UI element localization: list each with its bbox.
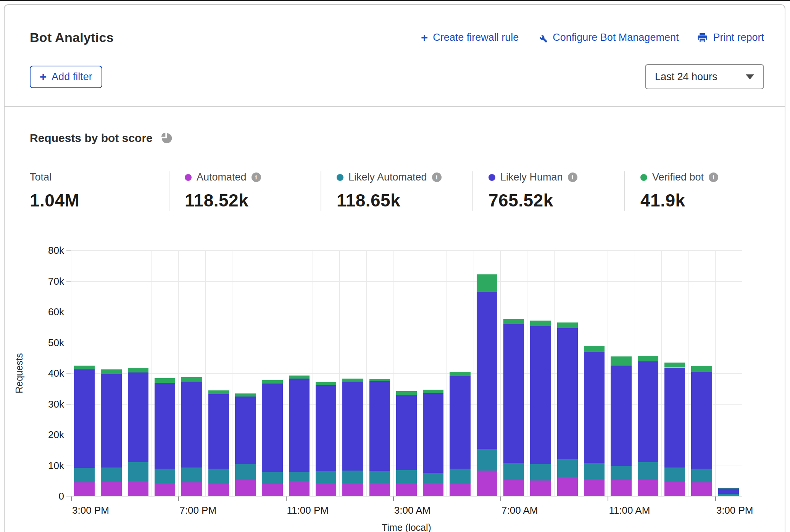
bar-segment-automated[interactable] [181, 482, 202, 496]
info-icon[interactable]: i [568, 172, 577, 182]
bar-segment-automated[interactable] [208, 484, 229, 496]
info-icon[interactable]: i [709, 172, 718, 182]
bar-segment-verified-bot[interactable] [289, 376, 310, 378]
bar-segment-likely-human[interactable] [557, 328, 578, 459]
bar-segment-likely-human[interactable] [638, 361, 658, 462]
bar-segment-likely-automated[interactable] [450, 469, 470, 484]
bar-segment-automated[interactable] [450, 484, 470, 496]
bar-segment-likely-automated[interactable] [396, 470, 417, 483]
bar-segment-automated[interactable] [235, 480, 256, 496]
bar-segment-verified-bot[interactable] [396, 391, 417, 395]
bar-segment-likely-human[interactable] [74, 369, 95, 468]
bar-segment-likely-automated[interactable] [74, 468, 95, 482]
bar-segment-verified-bot[interactable] [342, 379, 363, 381]
bar-segment-automated[interactable] [128, 481, 148, 496]
bar-segment-verified-bot[interactable] [664, 363, 685, 368]
bar-segment-verified-bot[interactable] [235, 393, 256, 397]
bar-segment-likely-human[interactable] [423, 393, 443, 473]
bar-segment-verified-bot[interactable] [262, 380, 282, 384]
time-range-select[interactable]: Last 24 hours [645, 64, 764, 89]
bar-segment-likely-human[interactable] [477, 292, 497, 449]
bar-segment-automated[interactable] [342, 483, 363, 496]
bar-segment-likely-human[interactable] [208, 394, 229, 469]
bar-segment-likely-automated[interactable] [638, 462, 658, 480]
bar-segment-likely-automated[interactable] [718, 494, 739, 495]
add-filter-button[interactable]: + Add filter [30, 66, 102, 88]
bar-segment-automated[interactable] [718, 495, 739, 496]
bar-segment-automated[interactable] [584, 479, 605, 496]
bar-segment-automated[interactable] [638, 480, 658, 496]
bar-segment-likely-automated[interactable] [208, 469, 229, 484]
bar-segment-automated[interactable] [557, 477, 578, 496]
bar-segment-likely-human[interactable] [718, 488, 739, 494]
bar-segment-automated[interactable] [155, 483, 175, 496]
bar-segment-automated[interactable] [691, 482, 712, 496]
bar-segment-verified-bot[interactable] [503, 319, 524, 324]
bar-segment-likely-automated[interactable] [423, 473, 443, 483]
bar-segment-verified-bot[interactable] [584, 346, 605, 351]
bar-segment-likely-automated[interactable] [289, 472, 310, 481]
bar-segment-automated[interactable] [369, 483, 390, 496]
bar-segment-verified-bot[interactable] [128, 368, 148, 372]
bar-segment-verified-bot[interactable] [369, 379, 390, 381]
bar-segment-likely-human[interactable] [530, 326, 551, 464]
bar-segment-likely-automated[interactable] [369, 471, 390, 483]
bar-segment-likely-automated[interactable] [664, 468, 685, 482]
bar-segment-likely-automated[interactable] [503, 463, 524, 480]
bar-segment-likely-human[interactable] [691, 372, 712, 469]
bar-segment-likely-human[interactable] [316, 385, 336, 471]
bar-segment-likely-human[interactable] [235, 397, 256, 463]
bar-segment-likely-human[interactable] [664, 368, 685, 468]
bar-segment-verified-bot[interactable] [450, 372, 470, 376]
bar-segment-automated[interactable] [423, 483, 443, 496]
bar-segment-verified-bot[interactable] [316, 382, 336, 385]
bar-segment-likely-automated[interactable] [611, 466, 631, 479]
bar-segment-verified-bot[interactable] [423, 390, 443, 393]
info-icon[interactable]: i [432, 172, 442, 182]
bar-segment-automated[interactable] [74, 482, 95, 496]
bar-segment-likely-automated[interactable] [557, 459, 578, 477]
bar-segment-verified-bot[interactable] [691, 366, 712, 372]
bar-segment-verified-bot[interactable] [101, 369, 121, 374]
bar-segment-likely-human[interactable] [101, 374, 121, 468]
bar-segment-automated[interactable] [316, 483, 336, 496]
bar-segment-likely-automated[interactable] [101, 468, 121, 482]
bar-segment-verified-bot[interactable] [530, 321, 551, 326]
bar-segment-likely-human[interactable] [369, 381, 390, 471]
bar-segment-automated[interactable] [664, 482, 685, 496]
bar-segment-likely-human[interactable] [289, 379, 310, 472]
bar-segment-verified-bot[interactable] [477, 274, 497, 292]
bar-segment-verified-bot[interactable] [611, 356, 631, 366]
bar-segment-likely-human[interactable] [503, 324, 524, 463]
bar-segment-likely-human[interactable] [262, 384, 282, 472]
bar-segment-likely-automated[interactable] [477, 449, 497, 471]
bar-segment-automated[interactable] [477, 471, 497, 496]
bar-segment-automated[interactable] [262, 484, 282, 496]
bar-segment-likely-automated[interactable] [181, 468, 202, 482]
create-firewall-rule-link[interactable]: + Create firewall rule [421, 32, 519, 44]
bar-segment-likely-human[interactable] [181, 382, 202, 468]
bar-segment-likely-human[interactable] [396, 395, 417, 470]
bar-segment-verified-bot[interactable] [557, 322, 578, 328]
bar-segment-likely-human[interactable] [611, 366, 631, 466]
bar-segment-automated[interactable] [101, 482, 121, 496]
bar-segment-likely-automated[interactable] [128, 462, 148, 481]
bar-segment-likely-human[interactable] [342, 382, 363, 471]
bar-segment-likely-human[interactable] [584, 352, 605, 463]
bar-segment-likely-automated[interactable] [691, 469, 712, 482]
bar-segment-likely-automated[interactable] [584, 463, 605, 479]
bar-segment-automated[interactable] [503, 480, 524, 496]
bar-segment-automated[interactable] [611, 480, 631, 496]
bar-segment-likely-human[interactable] [128, 372, 148, 462]
info-icon[interactable]: i [252, 172, 261, 182]
bar-segment-likely-automated[interactable] [155, 469, 175, 483]
bar-segment-verified-bot[interactable] [638, 356, 658, 361]
configure-bot-management-link[interactable]: Configure Bot Management [537, 32, 679, 44]
bar-segment-verified-bot[interactable] [181, 377, 202, 382]
bar-segment-likely-human[interactable] [155, 383, 175, 469]
bar-segment-likely-automated[interactable] [316, 471, 336, 483]
bar-segment-automated[interactable] [289, 481, 310, 496]
bar-segment-likely-human[interactable] [450, 376, 470, 469]
bar-segment-verified-bot[interactable] [155, 378, 175, 383]
print-report-link[interactable]: Print report [697, 32, 764, 44]
